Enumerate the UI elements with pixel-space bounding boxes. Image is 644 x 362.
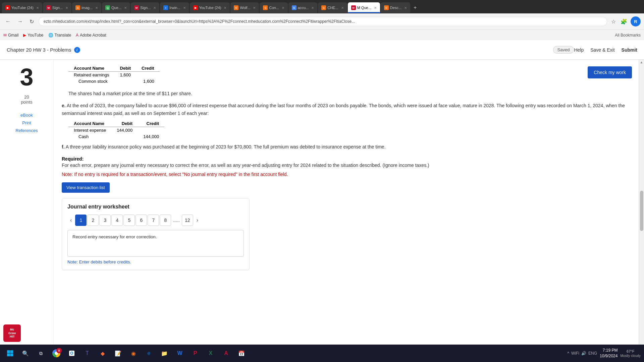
tab-wolf[interactable]: C Wolf... ✕: [230, 2, 259, 13]
main-layout: 3 20 points eBook Print References Check…: [0, 60, 644, 362]
tab-close-3[interactable]: ✕: [94, 6, 98, 10]
submit-button[interactable]: Submit: [622, 47, 637, 53]
taskbar-task-view[interactable]: ⧉: [34, 347, 48, 360]
tab-close-9[interactable]: ✕: [280, 6, 284, 10]
worksheet-tab-8[interactable]: 8: [160, 215, 171, 226]
excel-icon: X: [209, 350, 213, 356]
back-button[interactable]: ←: [3, 17, 13, 26]
taskbar-edge[interactable]: e: [142, 347, 156, 360]
tab-close-13[interactable]: ✕: [403, 6, 407, 10]
references-link[interactable]: References: [15, 128, 38, 133]
tab-favicon-g: G: [292, 5, 297, 10]
tab-desc[interactable]: C Desc... ✕: [381, 2, 410, 13]
points-info: 20 points: [21, 95, 33, 105]
svg-rect-1: [10, 350, 13, 353]
scroll-up-arrow[interactable]: ▲: [640, 60, 643, 64]
start-button[interactable]: [3, 347, 17, 360]
taskbar-file-explorer[interactable]: 📁: [158, 347, 171, 360]
bookmark-translate[interactable]: 🌐 Translate: [48, 33, 71, 38]
save-exit-button[interactable]: Save & Exit: [590, 47, 614, 53]
tab-close-4[interactable]: ✕: [123, 6, 127, 10]
tab-close-12[interactable]: ✕: [373, 6, 377, 10]
all-bookmarks[interactable]: All Bookmarks: [615, 33, 641, 38]
taskbar-app3[interactable]: ◉: [127, 347, 140, 360]
new-tab-button[interactable]: +: [411, 5, 419, 11]
speaker-icon[interactable]: 🔊: [581, 351, 586, 356]
tab-close-5[interactable]: ✕: [152, 6, 156, 10]
extensions-button[interactable]: 🧩: [619, 17, 629, 26]
tab-favicon-wolf: C: [234, 5, 238, 10]
bookmark-adobe[interactable]: A Adobe Acrobat: [76, 33, 106, 38]
tab-close[interactable]: ✕: [35, 6, 39, 10]
tab-close-8[interactable]: ✕: [252, 6, 256, 10]
tab-close-2[interactable]: ✕: [64, 6, 68, 10]
ebook-link[interactable]: eBook: [20, 113, 33, 118]
tab-close-6[interactable]: ✕: [182, 6, 186, 10]
worksheet-tab-12[interactable]: 12: [182, 215, 193, 226]
worksheet-next-tab[interactable]: ›: [194, 216, 201, 225]
tab-accu[interactable]: G accu... ✕: [288, 2, 317, 13]
tab-irwin[interactable]: I Irwin... ✕: [160, 2, 189, 13]
forward-button[interactable]: →: [15, 17, 25, 26]
file-explorer-icon: 📁: [161, 350, 168, 357]
worksheet-tab-6[interactable]: 6: [136, 215, 147, 226]
bookmark-youtube[interactable]: ▶ YouTube: [23, 33, 43, 38]
tab-che[interactable]: C CHE... ✕: [318, 2, 347, 13]
debit-common: [115, 78, 137, 84]
interest-entry-table: Account Name Debit Credit Interest expen…: [68, 120, 164, 140]
check-my-work-button[interactable]: Check my work: [588, 66, 632, 78]
taskbar-acrobat[interactable]: A: [219, 347, 233, 360]
table-row: Cash 144,000: [68, 133, 164, 140]
tab-m-que-active[interactable]: M M Que... ✕: [348, 2, 380, 13]
info-icon[interactable]: i: [74, 47, 80, 53]
tab-m-sign[interactable]: M Sign... ✕: [43, 2, 71, 13]
weather-widget[interactable]: 67°F Mostly cloudy: [620, 349, 641, 358]
address-bar[interactable]: ezto.mheducation.com/ext/map/index.html?…: [39, 17, 607, 26]
worksheet-tab-1[interactable]: 1: [75, 215, 87, 226]
worksheet-note: Note: Enter debits before credits.: [67, 259, 244, 264]
taskbar-excel[interactable]: X: [204, 347, 217, 360]
tab-youtube[interactable]: ▶ YouTube (24) ✕: [2, 2, 42, 13]
worksheet-tab-4[interactable]: 4: [111, 215, 123, 226]
scroll-thumb[interactable]: [640, 191, 643, 231]
worksheet-prev-tab[interactable]: ‹: [67, 216, 74, 225]
taskbar-outlook[interactable]: O: [65, 347, 78, 360]
worksheet-tab-2[interactable]: 2: [87, 215, 99, 226]
taskbar-sticky-notes[interactable]: 📝: [111, 347, 125, 360]
scrollbar[interactable]: ▲ ▼: [639, 60, 644, 362]
taskbar-calendar[interactable]: 📅: [235, 347, 248, 360]
tab-c-img[interactable]: C imag... ✕: [72, 2, 101, 13]
taskbar-right: ^ WiFi 🔊 ENG 7:19 PM 10/9/2024 67°F Most…: [567, 348, 641, 359]
clock[interactable]: 7:19 PM 10/9/2024: [600, 348, 618, 359]
taskbar-chrome[interactable]: 9: [50, 347, 63, 360]
app1-icon: ◆: [101, 350, 105, 357]
print-link[interactable]: Print: [22, 120, 31, 125]
tab-close-10[interactable]: ✕: [310, 6, 314, 10]
taskbar-powerpoint[interactable]: P: [189, 347, 202, 360]
view-transaction-list-button[interactable]: View transaction list: [62, 182, 110, 193]
tab-close-11[interactable]: ✕: [340, 6, 344, 10]
bookmark-star-button[interactable]: ☆: [610, 17, 617, 26]
worksheet-tab-7[interactable]: 7: [148, 215, 159, 226]
tab-close-7[interactable]: ✕: [222, 6, 226, 10]
col-debit: Debit: [115, 65, 137, 72]
taskbar-search[interactable]: 🔍: [19, 347, 32, 360]
tab-con[interactable]: C Con... ✕: [260, 2, 287, 13]
edge-icon: e: [148, 350, 151, 356]
tab-que[interactable]: Q Que... ✕: [102, 2, 130, 13]
taskbar-app1[interactable]: ◆: [96, 347, 109, 360]
tab-yt2[interactable]: ▶ YouTube (24) ✕: [190, 2, 230, 13]
tab-m-sign2[interactable]: M Sign... ✕: [131, 2, 159, 13]
worksheet-tab-5[interactable]: 5: [123, 215, 135, 226]
taskbar-word[interactable]: W: [173, 347, 186, 360]
worksheet-tab-3[interactable]: 3: [99, 215, 111, 226]
bookmark-gmail[interactable]: ✉ Gmail: [3, 33, 18, 38]
help-button[interactable]: Help: [574, 47, 584, 53]
taskbar-teams[interactable]: T: [80, 347, 94, 360]
profile-button[interactable]: R: [631, 16, 641, 26]
network-icon[interactable]: WiFi: [571, 351, 579, 356]
show-hidden-icon[interactable]: ^: [567, 351, 569, 356]
all-bookmarks-label: All Bookmarks: [615, 33, 641, 38]
reload-button[interactable]: ↻: [28, 17, 36, 26]
task-view-icon: ⧉: [39, 351, 43, 356]
